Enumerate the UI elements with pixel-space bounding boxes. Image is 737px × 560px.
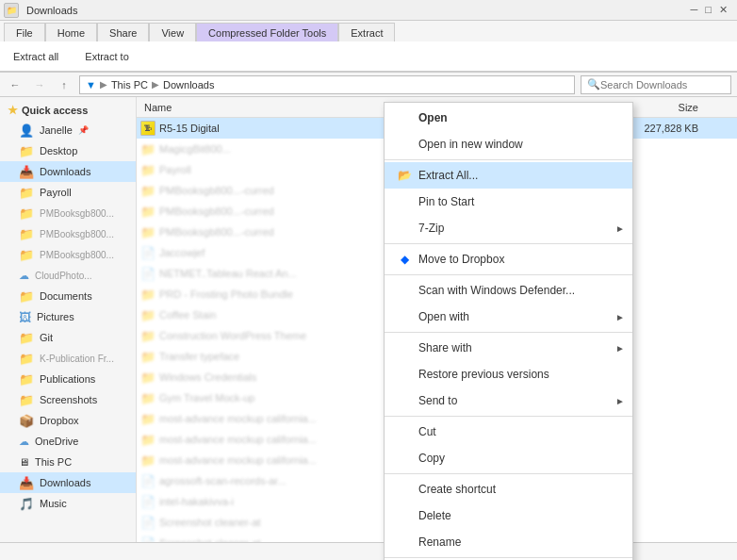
sidebar-item-label: Desktop: [40, 145, 77, 156]
ctx-send-to[interactable]: Send to ►: [385, 387, 632, 414]
sidebar-item-pictures[interactable]: 🖼 Pictures: [0, 306, 136, 327]
close-button[interactable]: ✕: [719, 4, 728, 16]
ctx-scan-defender[interactable]: Scan with Windows Defender...: [385, 277, 632, 304]
search-input[interactable]: [600, 79, 713, 91]
tab-extract[interactable]: Extract: [338, 23, 395, 41]
forward-button[interactable]: →: [30, 75, 49, 94]
ctx-cut[interactable]: Cut: [385, 419, 632, 445]
sidebar-item-pm3[interactable]: 📁 PMBooksgb800...: [0, 244, 136, 265]
sidebar-item-label: Documents: [40, 290, 92, 302]
ctx-restore-label: Restore previous versions: [418, 368, 617, 381]
restore-icon: [396, 366, 413, 383]
ctx-pin-to-start[interactable]: Pin to Start: [385, 189, 632, 215]
sidebar-item-music[interactable]: 🎵 Music: [0, 493, 136, 514]
sidebar-item-kpub[interactable]: 📁 K-Publication Fr...: [0, 348, 136, 369]
folder-icon: 📁: [140, 142, 156, 156]
sidebar-item-label: CloudPhoto...: [35, 271, 92, 281]
ribbon-extract-btn[interactable]: Extract all: [8, 49, 64, 64]
folder-icon: 📁: [140, 391, 156, 405]
ctx-rename[interactable]: Rename: [385, 529, 632, 555]
folder-icon-pm1: 📁: [19, 206, 34, 221]
folder-icon-pub: 📁: [19, 372, 34, 387]
sidebar-item-label: Git: [40, 332, 53, 343]
sidebar-item-downloads-2[interactable]: 📥 Downloads: [0, 472, 136, 493]
folder-icon-docs: 📁: [19, 289, 34, 304]
sidebar-item-payroll[interactable]: 📁 Payroll: [0, 182, 136, 203]
ctx-restore-versions[interactable]: Restore previous versions: [385, 361, 632, 387]
ribbon-extract-to-btn[interactable]: Extract to: [79, 49, 134, 64]
sidebar-item-onedrive[interactable]: ☁ OneDrive: [0, 431, 136, 452]
tab-compressed-folder-tools[interactable]: Compressed Folder Tools: [196, 23, 338, 41]
ctx-share-with[interactable]: Share with ►: [385, 335, 632, 361]
sidebar-item-git[interactable]: 📁 Git: [0, 327, 136, 348]
file-name: Construction WordPress Theme: [159, 330, 306, 341]
user-icon: 👤: [19, 124, 34, 138]
column-name[interactable]: Name: [140, 102, 385, 113]
folder-icon: 📄: [140, 267, 156, 281]
ctx-open-new-window[interactable]: Open in new window: [385, 131, 632, 157]
ctx-move-dropbox[interactable]: ◆ Move to Dropbox: [385, 246, 632, 272]
sidebar-item-cloudphoto[interactable]: ☁ CloudPhoto...: [0, 265, 136, 286]
share-with-icon: [396, 339, 413, 356]
tab-view[interactable]: View: [149, 23, 196, 41]
ctx-open-label: Open: [418, 111, 617, 124]
cloud-icon-cloudphoto: ☁: [19, 270, 29, 282]
folder-icon: 📁: [140, 329, 156, 343]
sidebar-item-pm1[interactable]: 📁 PMBooksgb800...: [0, 203, 136, 223]
sidebar-item-documents[interactable]: 📁 Documents: [0, 286, 136, 306]
ctx-separator-1: [385, 159, 632, 160]
address-downloads[interactable]: Downloads: [163, 79, 214, 91]
folder-icon-dl2: 📥: [19, 476, 34, 490]
file-name: NETMET..Tableau React An...: [159, 268, 297, 279]
ribbon: File Home Share View Compressed Folder T…: [0, 21, 737, 73]
file-name: intel-hakakivva-i: [159, 496, 234, 507]
back-button[interactable]: ←: [6, 75, 25, 94]
sidebar-item-desktop[interactable]: 📁 Desktop: [0, 140, 136, 161]
ctx-delete[interactable]: Delete: [385, 502, 632, 529]
tab-file[interactable]: File: [4, 23, 45, 41]
folder-icon: 📄: [140, 246, 156, 260]
minimize-button[interactable]: ─: [691, 4, 698, 16]
ctx-open-new-window-label: Open in new window: [418, 138, 617, 151]
up-button[interactable]: ↑: [55, 75, 74, 94]
sidebar-item-label: PMBooksgb800...: [40, 250, 114, 260]
file-name: PRD - Frosting Photo Bundle: [159, 288, 293, 300]
context-menu: Open Open in new window 📂 Extract All...…: [384, 102, 633, 560]
sidebar-item-publications[interactable]: 📁 Publications: [0, 369, 136, 389]
ctx-create-shortcut[interactable]: Create shortcut: [385, 476, 632, 502]
pc-icon: 🖥: [19, 456, 29, 468]
tab-home[interactable]: Home: [45, 23, 97, 41]
folder-icon: 📁: [140, 350, 156, 364]
tab-share[interactable]: Share: [97, 23, 149, 41]
sidebar-item-downloads[interactable]: 📥 Downloads: [0, 161, 136, 182]
sidebar-item-pm2[interactable]: 📁 PMBooksgb800...: [0, 223, 136, 244]
sidebar-item-label: PMBooksgb800...: [40, 208, 114, 219]
maximize-button[interactable]: □: [705, 4, 712, 16]
file-name: most-advance mockup california...: [159, 413, 317, 424]
folder-icon: 📁: [140, 308, 156, 322]
ctx-open[interactable]: Open: [385, 105, 632, 131]
ctx-extract-all[interactable]: 📂 Extract All...: [385, 162, 632, 189]
folder-icon-pics: 🖼: [19, 310, 31, 324]
ctx-open-with-label: Open with: [418, 310, 617, 323]
submenu-arrow-sendto-icon: ►: [615, 396, 625, 406]
sidebar-quick-access-header: ★ Quick access: [0, 101, 136, 120]
ctx-separator-3: [385, 274, 632, 275]
file-size: 227,828 KB: [631, 123, 706, 134]
column-size[interactable]: Size: [631, 102, 706, 113]
ctx-send-to-label: Send to: [418, 394, 617, 407]
sidebar-item-thispc[interactable]: 🖥 This PC: [0, 452, 136, 472]
ctx-open-with[interactable]: Open with ►: [385, 304, 632, 330]
folder-icon: 📄: [140, 474, 156, 488]
sidebar-item-screenshots[interactable]: 📁 Screenshots: [0, 389, 136, 410]
ctx-7zip[interactable]: 7-Zip ►: [385, 215, 632, 241]
sidebar-item-label: Publications: [40, 373, 95, 385]
folder-icon-kpub: 📁: [19, 352, 34, 366]
sidebar-item-janelle[interactable]: 👤 Janelle 📌: [0, 120, 136, 140]
sidebar-item-dropbox[interactable]: 📦 Dropbox: [0, 410, 136, 431]
ribbon-tabs: File Home Share View Compressed Folder T…: [0, 21, 737, 41]
address-this-pc[interactable]: This PC: [111, 79, 148, 91]
quick-access-star-icon: ★: [8, 104, 18, 117]
ctx-copy[interactable]: Copy: [385, 445, 632, 471]
ctx-cut-label: Cut: [418, 425, 617, 438]
